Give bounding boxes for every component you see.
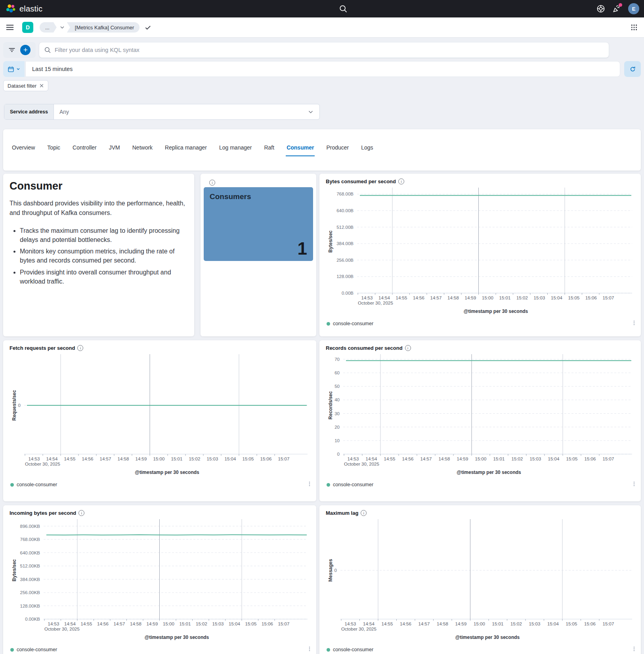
svg-text:14:59: 14:59: [465, 295, 476, 300]
dataset-filter-label: Dataset filter: [8, 83, 36, 89]
tab-jvm[interactable]: JVM: [108, 143, 121, 156]
svg-text:768.00KB: 768.00KB: [20, 537, 40, 542]
info-icon[interactable]: i: [77, 345, 83, 351]
legend-dot: [10, 648, 14, 652]
chart-records-consumed: 01020304050607014:5314:5414:5514:5614:57…: [326, 353, 634, 468]
svg-text:Bytes/sec: Bytes/sec: [328, 230, 333, 253]
svg-text:15:04: 15:04: [547, 621, 559, 626]
tab-logs[interactable]: Logs: [360, 143, 374, 156]
svg-text:14:57: 14:57: [420, 456, 432, 461]
kebab-menu-icon[interactable]: [307, 481, 312, 488]
service-address-control[interactable]: Service address Any: [4, 104, 320, 120]
chart-incoming-bytes: 0.00KB128.00KB256.00KB384.00KB512.00KB64…: [10, 518, 310, 633]
tab-topic[interactable]: Topic: [46, 143, 61, 156]
tab-overview[interactable]: Overview: [11, 143, 36, 156]
svg-text:14:55: 14:55: [396, 295, 407, 300]
svg-text:14:53: 14:53: [361, 295, 373, 300]
filter-button-group: +: [3, 42, 36, 58]
help-icon[interactable]: [596, 4, 605, 13]
chart-title: Incoming bytes per second: [10, 510, 76, 516]
dataset-filter-pill[interactable]: Dataset filter: [3, 80, 48, 91]
kebab-menu-icon[interactable]: [631, 481, 637, 488]
elastic-logo[interactable]: elastic: [0, 4, 42, 14]
svg-text:October 30, 2025: October 30, 2025: [344, 462, 379, 466]
kql-query-input[interactable]: [55, 47, 604, 53]
svg-text:15:05: 15:05: [566, 621, 577, 626]
kebab-menu-icon[interactable]: [631, 320, 637, 327]
svg-text:14:56: 14:56: [82, 456, 94, 461]
chart-title: Bytes consumed per second: [326, 178, 396, 184]
svg-text:Requests/sec: Requests/sec: [11, 390, 17, 421]
svg-text:14:57: 14:57: [114, 621, 125, 626]
close-icon[interactable]: [39, 83, 44, 88]
info-icon[interactable]: i: [405, 345, 411, 351]
check-icon[interactable]: [144, 24, 151, 31]
tab-replica-manager[interactable]: Replica manager: [164, 143, 208, 156]
svg-text:14:53: 14:53: [348, 456, 359, 461]
date-picker-button[interactable]: [3, 61, 25, 77]
info-icon[interactable]: i: [361, 510, 367, 516]
legend-item-console-consumer[interactable]: console-consumer: [327, 482, 373, 487]
tab-producer[interactable]: Producer: [325, 143, 350, 156]
svg-text:Messages: Messages: [328, 559, 333, 582]
time-range-picker[interactable]: Last 15 minutes: [25, 61, 620, 77]
apps-grid-icon[interactable]: [631, 24, 638, 31]
svg-text:20: 20: [334, 425, 340, 430]
user-avatar[interactable]: E: [628, 3, 639, 14]
legend-item-console-consumer[interactable]: console-consumer: [327, 321, 373, 326]
legend-item-console-consumer[interactable]: console-consumer: [327, 647, 373, 652]
newsfeed-icon[interactable]: [612, 4, 621, 13]
legend-item-console-consumer[interactable]: console-consumer: [10, 482, 57, 487]
info-icon[interactable]: i: [398, 178, 404, 184]
chart-fetch-requests: 014:5314:5414:5514:5614:5714:5814:5915:0…: [10, 353, 310, 468]
panel-intro: This dashboard provides visibility into …: [10, 199, 188, 218]
filter-icon[interactable]: [8, 46, 15, 54]
svg-text:15:07: 15:07: [603, 621, 614, 626]
deployment-badge[interactable]: D: [22, 22, 33, 33]
page: elastic E: [0, 0, 644, 654]
tab-controller[interactable]: Controller: [72, 143, 97, 156]
menu-icon[interactable]: [6, 23, 14, 32]
svg-text:15:04: 15:04: [551, 295, 562, 300]
tab-consumer[interactable]: Consumer: [286, 143, 315, 156]
chart-x-axis-title: @timestamp per 30 seconds: [3, 633, 316, 643]
breadcrumb-current[interactable]: [Metrics Kafka] Consumer: [67, 22, 140, 33]
svg-text:14:59: 14:59: [136, 456, 147, 461]
legend-label: console-consumer: [333, 647, 373, 652]
chevron-down-icon: [308, 109, 314, 115]
refresh-button[interactable]: [624, 61, 641, 77]
legend-label: console-consumer: [333, 482, 373, 487]
kebab-menu-icon[interactable]: [631, 646, 637, 653]
svg-text:15:07: 15:07: [278, 621, 290, 626]
legend-dot: [10, 483, 14, 487]
svg-text:14:54: 14:54: [366, 456, 377, 461]
tab-log-manager[interactable]: Log manager: [218, 143, 253, 156]
metric-value: 1: [298, 239, 307, 259]
bullet-item: Monitors key consumption metrics, includ…: [20, 247, 188, 265]
panel-heading: Consumer: [10, 180, 188, 192]
dashboard-tabs: OverviewTopicControllerJVMNetworkReplica…: [11, 143, 633, 156]
legend-item-console-consumer[interactable]: console-consumer: [10, 647, 57, 652]
legend-label: console-consumer: [17, 482, 57, 487]
add-filter-button[interactable]: +: [20, 45, 31, 55]
consumers-metric-tile[interactable]: Consumers 1: [204, 187, 313, 261]
tab-raft[interactable]: Raft: [263, 143, 275, 156]
legend-dot: [327, 648, 330, 652]
notification-dot: [619, 3, 622, 7]
dashboard-tabs-card: OverviewTopicControllerJVMNetworkReplica…: [3, 129, 641, 171]
svg-text:14:56: 14:56: [400, 621, 411, 626]
svg-text:640.00B: 640.00B: [336, 208, 354, 213]
svg-text:15:04: 15:04: [229, 621, 240, 626]
info-icon[interactable]: i: [78, 510, 84, 516]
global-search-icon[interactable]: [339, 4, 348, 13]
top-navigation-bar: elastic E: [0, 0, 644, 17]
kebab-menu-icon[interactable]: [307, 646, 312, 653]
tab-network[interactable]: Network: [132, 143, 153, 156]
svg-text:October 30, 2025: October 30, 2025: [341, 627, 376, 631]
info-icon[interactable]: i: [209, 180, 215, 186]
chevron-down-icon[interactable]: [59, 24, 65, 31]
svg-text:14:55: 14:55: [384, 456, 396, 461]
consumers-metric-panel: i Consumers 1: [201, 174, 316, 336]
chart-x-axis-title: @timestamp per 30 seconds: [319, 307, 641, 317]
breadcrumb-collapsed[interactable]: ...: [40, 22, 57, 33]
